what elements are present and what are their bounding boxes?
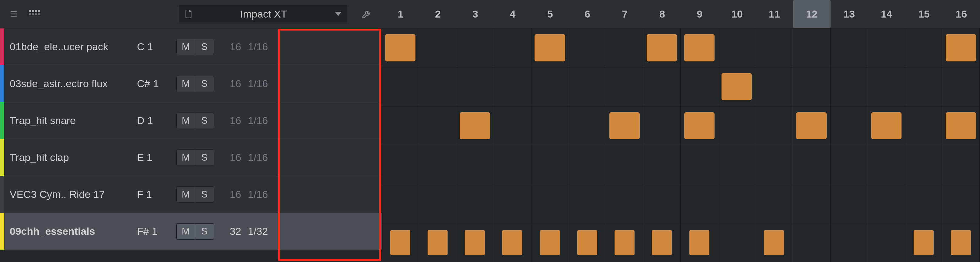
solo-button[interactable]: S — [195, 112, 214, 129]
step-cell[interactable] — [830, 223, 868, 262]
step-resolution[interactable]: 1/16 — [243, 152, 286, 163]
step-cell[interactable] — [643, 184, 681, 223]
step-cell[interactable] — [606, 68, 643, 106]
step-count[interactable]: 16 — [214, 41, 243, 53]
step-cell[interactable] — [868, 145, 905, 184]
step-cell[interactable] — [681, 68, 718, 106]
mute-button[interactable]: M — [177, 150, 195, 166]
step-cell[interactable] — [457, 106, 494, 145]
step-cell[interactable] — [756, 106, 793, 145]
step-cell[interactable] — [457, 223, 494, 262]
step-resolution[interactable]: 1/16 — [243, 188, 286, 200]
step-cell[interactable] — [457, 184, 494, 223]
step-cell[interactable] — [830, 106, 868, 145]
step-cell[interactable] — [382, 68, 419, 106]
step-cell[interactable] — [756, 223, 793, 262]
mute-button[interactable]: M — [177, 76, 195, 92]
step-cell[interactable] — [756, 28, 793, 67]
step-cell[interactable] — [419, 184, 457, 223]
step-cell[interactable] — [606, 28, 643, 67]
step-cell[interactable] — [681, 145, 718, 184]
step-cell[interactable] — [643, 145, 681, 184]
solo-button[interactable]: S — [195, 223, 214, 240]
step-cell[interactable] — [531, 223, 569, 262]
step-cell[interactable] — [569, 223, 606, 262]
step-header-13[interactable]: 13 — [830, 0, 868, 28]
step-cell[interactable] — [531, 28, 569, 67]
step-cell[interactable] — [905, 223, 942, 262]
instrument-selector[interactable]: Impact XT — [178, 5, 348, 23]
mute-button[interactable]: M — [177, 112, 195, 129]
step-cell[interactable] — [457, 28, 494, 67]
step-cell[interactable] — [942, 68, 980, 106]
step-resolution[interactable]: 1/16 — [243, 41, 286, 53]
step-cell[interactable] — [382, 145, 419, 184]
step-header-5[interactable]: 5 — [531, 0, 569, 28]
step-cell[interactable] — [793, 184, 830, 223]
step-cell[interactable] — [905, 145, 942, 184]
step-cell[interactable] — [681, 184, 718, 223]
step-resolution[interactable]: 1/32 — [243, 226, 286, 237]
step-header-1[interactable]: 1 — [382, 0, 419, 28]
step-cell[interactable] — [382, 223, 419, 262]
step-cell[interactable] — [718, 28, 756, 67]
step-count[interactable]: 16 — [214, 78, 243, 90]
step-cell[interactable] — [905, 184, 942, 223]
step-cell[interactable] — [569, 145, 606, 184]
step-cell[interactable] — [718, 106, 756, 145]
step-count[interactable]: 16 — [214, 188, 243, 200]
step-header-4[interactable]: 4 — [494, 0, 531, 28]
step-header-3[interactable]: 3 — [457, 0, 494, 28]
step-header-9[interactable]: 9 — [681, 0, 718, 28]
step-cell[interactable] — [531, 106, 569, 145]
solo-button[interactable]: S — [195, 39, 214, 55]
step-cell[interactable] — [868, 68, 905, 106]
step-cell[interactable] — [494, 145, 531, 184]
step-resolution[interactable]: 1/16 — [243, 115, 286, 126]
step-cell[interactable] — [569, 106, 606, 145]
track-row[interactable]: Trap_hit clapE 1MS161/16 — [0, 139, 382, 176]
step-cell[interactable] — [606, 223, 643, 262]
step-cell[interactable] — [905, 106, 942, 145]
step-cell[interactable] — [756, 145, 793, 184]
step-cell[interactable] — [756, 68, 793, 106]
step-cell[interactable] — [494, 106, 531, 145]
step-cell[interactable] — [681, 28, 718, 67]
step-cell[interactable] — [868, 223, 905, 262]
step-cell[interactable] — [569, 28, 606, 67]
mute-button[interactable]: M — [177, 39, 195, 55]
solo-button[interactable]: S — [195, 186, 214, 203]
step-cell[interactable] — [830, 184, 868, 223]
step-cell[interactable] — [382, 184, 419, 223]
step-cell[interactable] — [942, 106, 980, 145]
step-header-2[interactable]: 2 — [419, 0, 457, 28]
step-count[interactable]: 16 — [214, 115, 243, 126]
step-header-6[interactable]: 6 — [569, 0, 606, 28]
grid-view-icon[interactable] — [27, 6, 43, 22]
step-cell[interactable] — [830, 145, 868, 184]
step-cell[interactable] — [382, 106, 419, 145]
step-cell[interactable] — [793, 28, 830, 67]
step-cell[interactable] — [457, 145, 494, 184]
track-row[interactable]: Trap_hit snareD 1MS161/16 — [0, 102, 382, 139]
step-header-8[interactable]: 8 — [644, 0, 681, 28]
step-cell[interactable] — [868, 106, 905, 145]
step-cell[interactable] — [569, 68, 606, 106]
step-cell[interactable] — [457, 68, 494, 106]
step-cell[interactable] — [419, 106, 457, 145]
step-header-14[interactable]: 14 — [868, 0, 905, 28]
step-cell[interactable] — [868, 184, 905, 223]
solo-button[interactable]: S — [195, 150, 214, 166]
step-cell[interactable] — [718, 68, 756, 106]
step-cell[interactable] — [643, 28, 681, 67]
step-cell[interactable] — [830, 28, 868, 67]
step-cell[interactable] — [793, 68, 830, 106]
mute-button[interactable]: M — [177, 186, 195, 203]
step-cell[interactable] — [606, 106, 643, 145]
step-cell[interactable] — [718, 184, 756, 223]
step-cell[interactable] — [494, 68, 531, 106]
step-cell[interactable] — [382, 28, 419, 67]
step-header-11[interactable]: 11 — [756, 0, 793, 28]
track-row[interactable]: 09chh_essentialsF# 1MS321/32 — [0, 213, 382, 249]
step-cell[interactable] — [606, 184, 643, 223]
